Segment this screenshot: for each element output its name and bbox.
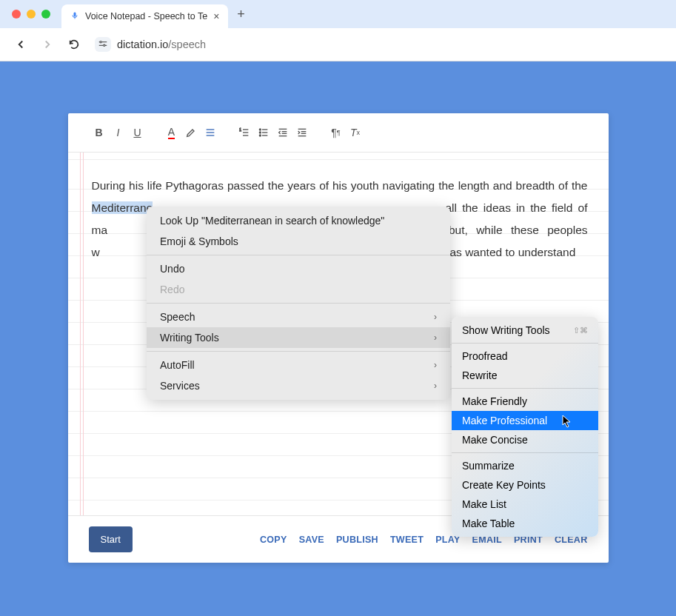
publish-action[interactable]: PUBLISH xyxy=(336,535,378,545)
maximize-window-icon[interactable] xyxy=(41,10,50,19)
site-settings-icon[interactable] xyxy=(95,37,111,52)
sm-show-writing-tools[interactable]: Show Writing Tools⇧⌘ xyxy=(452,321,598,340)
margin-rule xyxy=(83,153,84,515)
chevron-right-icon: › xyxy=(434,360,437,370)
back-button[interactable] xyxy=(10,34,31,55)
sm-separator xyxy=(452,452,598,453)
cm-undo[interactable]: Undo xyxy=(147,258,450,279)
selected-text: Mediterrane xyxy=(92,201,153,214)
cm-autofill[interactable]: AutoFill› xyxy=(147,355,450,375)
svg-point-19 xyxy=(259,135,261,136)
page-viewport: B I U A 1 ¶¶ xyxy=(0,61,676,616)
indent-increase-icon[interactable] xyxy=(293,124,311,141)
align-icon[interactable] xyxy=(201,124,219,141)
svg-point-17 xyxy=(259,132,261,133)
pilcrow-icon[interactable]: ¶¶ xyxy=(327,124,345,141)
mic-favicon-icon xyxy=(70,10,79,23)
sm-make-concise[interactable]: Make Concise xyxy=(452,430,598,449)
sm-make-professional[interactable]: Make Professional xyxy=(452,411,598,430)
ordered-list-icon[interactable]: 1 xyxy=(235,124,253,141)
address-bar[interactable]: dictation.io/speech xyxy=(95,33,669,56)
close-window-icon[interactable] xyxy=(12,10,21,19)
shortcut-label: ⇧⌘ xyxy=(573,326,588,335)
cm-emoji[interactable]: Emoji & Symbols xyxy=(147,231,450,252)
copy-action[interactable]: COPY xyxy=(260,535,287,545)
svg-point-5 xyxy=(104,44,105,46)
cm-separator xyxy=(147,351,450,352)
chevron-right-icon: › xyxy=(434,381,437,391)
cm-speech[interactable]: Speech› xyxy=(147,307,450,327)
context-menu: Look Up "Mediterranean in search of know… xyxy=(147,207,450,400)
start-button[interactable]: Start xyxy=(89,526,133,552)
cm-services[interactable]: Services› xyxy=(147,375,450,396)
underline-icon[interactable]: U xyxy=(129,124,147,141)
indent-decrease-icon[interactable] xyxy=(274,124,292,141)
save-action[interactable]: SAVE xyxy=(299,535,324,545)
margin-rule xyxy=(80,153,81,515)
text-line: During his life Pythagoras passed the ye… xyxy=(92,179,588,192)
sm-proofread[interactable]: Proofread xyxy=(452,346,598,366)
tab-strip: Voice Notepad - Speech to Te × + xyxy=(0,0,676,28)
italic-icon[interactable]: I xyxy=(110,124,127,141)
bold-icon[interactable]: B xyxy=(90,124,108,141)
writing-tools-submenu: Show Writing Tools⇧⌘ Proofread Rewrite M… xyxy=(452,317,598,537)
chevron-right-icon: › xyxy=(434,332,437,343)
tab-title: Voice Notepad - Speech to Te xyxy=(85,11,207,21)
tweet-action[interactable]: TWEET xyxy=(390,535,424,545)
tab-close-icon[interactable]: × xyxy=(213,10,219,22)
unordered-list-icon[interactable] xyxy=(255,124,272,141)
cm-writing-tools[interactable]: Writing Tools› xyxy=(147,327,450,348)
minimize-window-icon[interactable] xyxy=(27,10,36,19)
cm-separator xyxy=(147,255,450,255)
highlight-icon[interactable] xyxy=(182,124,200,141)
forward-button[interactable] xyxy=(37,34,58,55)
cm-separator xyxy=(147,303,450,304)
format-toolbar: B I U A 1 ¶¶ xyxy=(68,113,609,153)
window-controls xyxy=(12,10,50,19)
svg-point-15 xyxy=(259,129,261,130)
text-color-icon[interactable]: A xyxy=(163,124,181,141)
sm-keypoints[interactable]: Create Key Points xyxy=(452,475,598,495)
sm-separator xyxy=(452,388,598,389)
text-line: all the ideas in the xyxy=(445,201,546,214)
chevron-right-icon: › xyxy=(434,312,437,322)
sm-make-friendly[interactable]: Make Friendly xyxy=(452,392,598,411)
cm-lookup[interactable]: Look Up "Mediterranean in search of know… xyxy=(147,210,450,231)
sm-maketable[interactable]: Make Table xyxy=(452,514,598,533)
svg-rect-0 xyxy=(74,13,76,17)
reload-button[interactable] xyxy=(64,34,84,55)
sm-separator xyxy=(452,343,598,344)
svg-point-2 xyxy=(100,41,101,43)
clear-format-icon[interactable]: Tx xyxy=(347,124,364,141)
url-path: /speech xyxy=(168,38,206,50)
browser-chrome: Voice Notepad - Speech to Te × + dictati… xyxy=(0,0,676,61)
svg-text:1: 1 xyxy=(239,128,241,132)
sm-makelist[interactable]: Make List xyxy=(452,495,598,514)
sm-summarize[interactable]: Summarize xyxy=(452,456,598,475)
url-host: dictation.io xyxy=(117,38,168,50)
new-tab-button[interactable]: + xyxy=(237,7,245,22)
sm-rewrite[interactable]: Rewrite xyxy=(452,366,598,385)
text-line: understand xyxy=(518,246,576,258)
cm-redo: Redo xyxy=(147,279,450,300)
browser-tab[interactable]: Voice Notepad - Speech to Te × xyxy=(61,4,228,28)
nav-bar: dictation.io/speech xyxy=(0,28,676,61)
